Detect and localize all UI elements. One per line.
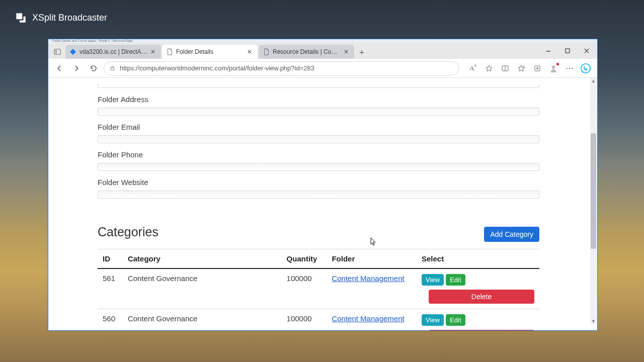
- text-input[interactable]: [98, 191, 539, 199]
- window-caption: Folder Details and 2 more pages - Profil…: [48, 39, 597, 43]
- cell-actions: View EditDelete: [417, 268, 539, 309]
- add-category-button[interactable]: Add Category: [484, 227, 539, 242]
- col-id: ID: [98, 249, 123, 269]
- text-input[interactable]: [98, 163, 539, 171]
- cell-id: 561: [98, 268, 123, 309]
- tab-label: Folder Details: [176, 48, 246, 55]
- collections-button[interactable]: [530, 61, 545, 76]
- col-quantity: Quantity: [282, 249, 327, 269]
- scroll-up-arrow-icon[interactable]: ▲: [590, 78, 597, 84]
- new-tab-button[interactable]: ＋: [355, 46, 368, 59]
- svg-rect-6: [111, 68, 114, 70]
- cell-folder: Content Management: [327, 309, 417, 331]
- svg-rect-1: [55, 50, 57, 54]
- nav-refresh-button[interactable]: [87, 61, 101, 75]
- tab-resource-details[interactable]: Resource Details | Computer Wo ✕: [259, 45, 354, 59]
- xsplit-app-name: XSplit Broadcaster: [32, 13, 107, 23]
- window-minimize-button[interactable]: [539, 43, 558, 59]
- cell-quantity: 100000: [282, 309, 327, 331]
- cell-folder: Content Management: [327, 268, 417, 309]
- page-viewport: Folder AddressFolder EmailFolder PhoneFo…: [48, 78, 597, 330]
- url-field[interactable]: https://computerworldmoderninc.com/porta…: [104, 61, 459, 75]
- col-folder: Folder: [327, 249, 417, 269]
- xsplit-titlebar: XSplit Broadcaster: [14, 11, 107, 24]
- nav-forward-button[interactable]: [69, 61, 84, 75]
- col-select: Select: [417, 249, 539, 269]
- profile-button[interactable]: [546, 61, 561, 76]
- edit-button[interactable]: Edit: [446, 274, 465, 286]
- field-label: Folder Email: [98, 123, 539, 131]
- svg-rect-3: [566, 49, 570, 53]
- cell-id: 560: [98, 309, 123, 331]
- tab-label: vda3200.is.cc | DirectAdmin 1.65: [79, 48, 149, 55]
- categories-table: ID Category Quantity Folder Select 561Co…: [98, 249, 539, 330]
- cell-quantity: 100000: [282, 268, 327, 309]
- field-label: Folder Address: [98, 95, 539, 104]
- cell-category: Content Governance: [123, 268, 282, 309]
- window-close-button[interactable]: [577, 43, 596, 59]
- section-heading-categories: Categories: [98, 225, 158, 239]
- diamond-icon: [69, 48, 76, 55]
- tab-strip: vda3200.is.cc | DirectAdmin 1.65 ✕ Folde…: [48, 43, 597, 59]
- text-input[interactable]: [98, 108, 539, 116]
- url-text: https://computerworldmoderninc.com/porta…: [120, 64, 314, 72]
- more-menu-button[interactable]: ⋯: [562, 61, 577, 76]
- browser-window: Folder Details and 2 more pages - Profil…: [48, 39, 598, 331]
- table-row: 561Content Governance100000Content Manag…: [98, 268, 539, 309]
- close-icon[interactable]: ✕: [149, 48, 157, 56]
- view-button[interactable]: View: [422, 314, 444, 326]
- col-category: Category: [123, 249, 282, 269]
- tab-label: Resource Details | Computer Wo: [273, 48, 342, 55]
- address-bar: https://computerworldmoderninc.com/porta…: [48, 59, 597, 78]
- close-icon[interactable]: ✕: [246, 48, 254, 56]
- lock-icon: [109, 65, 116, 71]
- field-label: Folder Website: [98, 178, 539, 187]
- favorite-star-button[interactable]: [481, 61, 497, 76]
- bing-sidebar-button[interactable]: [578, 61, 593, 76]
- svg-point-14: [552, 65, 555, 69]
- page-icon: [166, 48, 173, 55]
- tab-folder-details[interactable]: Folder Details ✕: [162, 45, 258, 59]
- edit-button[interactable]: Edit: [446, 314, 465, 326]
- cell-actions: View EditDelete: [417, 309, 539, 331]
- table-row: 560Content Governance100000Content Manag…: [98, 309, 539, 331]
- window-maximize-button[interactable]: [558, 43, 577, 59]
- view-button[interactable]: View: [422, 274, 444, 286]
- favorites-list-button[interactable]: [514, 61, 529, 76]
- vertical-scrollbar[interactable]: ▲ ▼: [590, 78, 597, 324]
- field-label: Folder Phone: [98, 150, 539, 159]
- table-header-row: ID Category Quantity Folder Select: [98, 249, 539, 269]
- page-icon: [263, 48, 270, 55]
- read-aloud-button[interactable]: Aᴬ: [465, 61, 480, 76]
- xsplit-logo-icon: [14, 11, 27, 24]
- tab-actions-button[interactable]: [50, 45, 64, 59]
- scroll-down-arrow-icon[interactable]: ▼: [590, 318, 597, 324]
- split-screen-button[interactable]: [498, 61, 513, 76]
- field-input-partial[interactable]: [98, 84, 539, 88]
- delete-button[interactable]: Delete: [429, 330, 534, 330]
- tab-directadmin[interactable]: vda3200.is.cc | DirectAdmin 1.65 ✕: [65, 45, 161, 59]
- delete-button[interactable]: Delete: [429, 290, 534, 304]
- close-icon[interactable]: ✕: [342, 48, 350, 56]
- cell-category: Content Governance: [123, 309, 282, 331]
- nav-back-button[interactable]: [52, 61, 66, 75]
- text-input[interactable]: [98, 135, 539, 143]
- folder-link[interactable]: Content Management: [332, 274, 404, 283]
- folder-link[interactable]: Content Management: [332, 314, 404, 323]
- scroll-thumb[interactable]: [591, 133, 596, 249]
